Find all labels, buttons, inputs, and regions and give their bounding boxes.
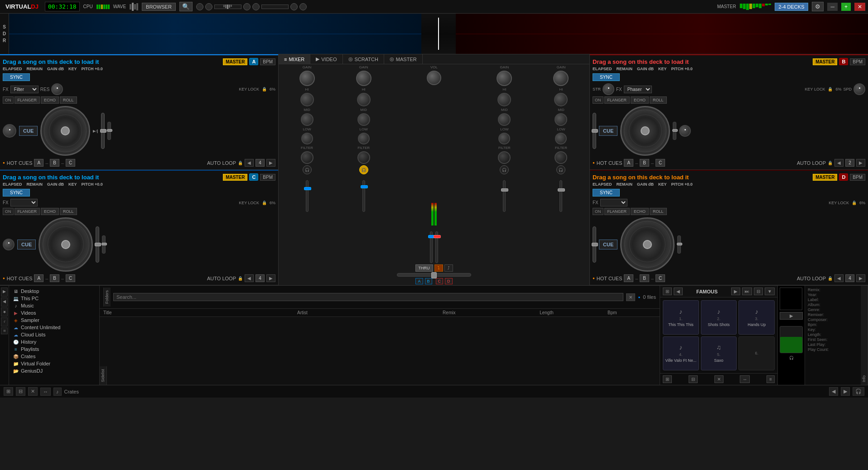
mixer-tab-mixer[interactable]: ≡ MIXER [279, 54, 310, 64]
deck-d-loop-next[interactable]: ▶ [856, 274, 865, 282]
deck-c-pitch-handle[interactable] [95, 243, 101, 246]
side-tab-3[interactable]: ★ [1, 307, 8, 317]
deck-c-cue-button[interactable]: CUE [17, 240, 36, 249]
deck-a-pos-knob[interactable] [3, 124, 16, 138]
gain-knob-d[interactable] [553, 71, 569, 86]
deck-b-fx-on[interactable]: ON [593, 96, 603, 104]
deck-d-sync-button[interactable]: SYNC [593, 189, 620, 197]
tree-item-geniusdj[interactable]: 📂 GeniusDJ [9, 367, 99, 374]
sampler-list-view-btn[interactable]: ⊟ [754, 288, 763, 295]
crossfader-track[interactable] [397, 273, 471, 277]
deck-a-bpm-button[interactable]: BPM [260, 58, 275, 65]
sampler-cell-1[interactable]: ♪ 1. This This This [663, 300, 699, 335]
low-knob-d[interactable] [555, 133, 567, 144]
deck-d-echo-btn[interactable]: ECHO [631, 208, 649, 215]
mid-knob-d[interactable] [555, 113, 567, 126]
circle-btn-1[interactable] [196, 3, 203, 10]
deck-b-pitch-track[interactable] [593, 113, 596, 149]
sampler-cell-4[interactable]: ♪ 4. Ville Valo Ft Ne... [663, 336, 699, 371]
vol-handle-b[interactable] [361, 185, 368, 188]
sampler-skip-btn[interactable]: ⏭ [742, 288, 752, 295]
headphone-a[interactable]: 🎧 [303, 165, 312, 174]
deck-b-flanger-btn[interactable]: FLANGER [604, 96, 630, 104]
circle-btn-5[interactable] [290, 3, 298, 10]
sampler-more-btn[interactable]: ▼ [765, 288, 775, 295]
deck-d-pitch-track[interactable] [593, 226, 596, 263]
folders-tab[interactable]: Folders [103, 288, 111, 307]
assign-b[interactable]: B [425, 278, 432, 284]
search-clear-button[interactable]: ✕ [626, 293, 635, 301]
settings-button[interactable]: ⚙ [812, 2, 824, 11]
filter-knob-b[interactable] [357, 151, 370, 164]
sampler-cell-3[interactable]: ♪ 3. Hands Up [738, 300, 775, 335]
low-knob-a[interactable] [301, 133, 313, 144]
gain-knob-b[interactable] [356, 71, 371, 86]
deck-b-hc-c[interactable]: C [656, 159, 665, 167]
thru-button[interactable]: THRU [415, 264, 433, 272]
deck-a-pitch-handle[interactable] [100, 129, 106, 133]
headphone-d[interactable]: 🎧 [556, 165, 565, 174]
filter-knob-d[interactable] [555, 151, 567, 164]
deck-c-hc-c[interactable]: C [66, 274, 75, 282]
deck-b-sync-button[interactable]: SYNC [593, 73, 620, 81]
tree-item-history[interactable]: 🕐 History [9, 338, 99, 345]
sampler-ctrl-5[interactable]: ≡ [767, 375, 775, 383]
deck-c-fx-select[interactable]: Filter Phaser [10, 199, 38, 206]
low-knob-b[interactable] [358, 133, 370, 144]
deck-a-hc-c[interactable]: C [66, 159, 75, 167]
assign-c[interactable]: C [436, 278, 444, 284]
deck-a-flanger-btn[interactable]: FLANGER [14, 96, 40, 104]
sidebar-tab-v[interactable]: Sidelist [100, 366, 107, 385]
file-table-body[interactable] [100, 317, 660, 366]
deck-d-roll-btn[interactable]: ROLL [650, 208, 667, 215]
tree-item-music[interactable]: ♪ Music [9, 302, 99, 309]
assign-d[interactable]: D [445, 278, 453, 284]
mixer-tab-scratch[interactable]: ◎ SCRATCH [343, 54, 384, 64]
deck-b-hc-b[interactable]: B [640, 159, 649, 167]
sampler-grid-view-btn[interactable]: ⊞ [663, 288, 672, 295]
gain-knob-c[interactable] [497, 71, 512, 86]
master-vol-knob[interactable] [427, 71, 441, 85]
deck-b-hc-a[interactable]: A [624, 159, 633, 167]
deck-d-hc-c[interactable]: C [656, 274, 665, 282]
preview-play-button[interactable]: ▶ [780, 312, 803, 320]
deck-a-fx-on[interactable]: ON [3, 96, 14, 104]
circle-btn-3[interactable] [243, 3, 251, 10]
mid-knob-a[interactable] [301, 113, 313, 126]
hi-knob-b[interactable] [357, 93, 371, 106]
deck-b-spd-knob-2[interactable] [679, 125, 691, 137]
sampler-ctrl-4[interactable]: ↔ [740, 375, 750, 383]
deck-b-turntable[interactable] [620, 106, 670, 156]
bottom-btn-2[interactable]: ⊟ [16, 387, 25, 396]
bottom-btn-5[interactable]: ♪ [53, 388, 62, 396]
ch-fader-handle-b[interactable] [434, 235, 441, 238]
tree-item-crates[interactable]: 📦 Crates [9, 353, 99, 360]
deck-c-pitch-track[interactable] [96, 226, 99, 263]
deck-b-pitch-handle[interactable] [592, 129, 598, 133]
deck-b-cue-button[interactable]: CUE [599, 126, 617, 136]
deck-c-loop-prev[interactable]: ◀ [245, 274, 254, 282]
deck-d-cue-button[interactable]: CUE [599, 240, 617, 249]
deck-c-roll-btn[interactable]: ROLL [60, 208, 77, 215]
gain-knob-a[interactable] [299, 71, 315, 86]
deck-c-hc-a[interactable]: A [34, 274, 43, 282]
xfade-mode-btn-2[interactable]: ⤴ [444, 264, 453, 272]
deck-d-bpm-button[interactable]: BPM [850, 174, 865, 181]
deck-b-loop-next[interactable]: ▶ [856, 159, 865, 167]
side-tab-4[interactable]: ♪ [1, 317, 8, 326]
tree-item-thispc[interactable]: 💻 This PC [9, 295, 99, 302]
xfade-mode-btn[interactable]: ⤵ [434, 264, 443, 272]
tree-item-desktop[interactable]: 🖥 Desktop [9, 288, 99, 295]
browser-search-icon[interactable]: 🔍 [179, 2, 193, 11]
deck-a-roll-btn[interactable]: ROLL [60, 96, 77, 104]
deck-a-hc-b[interactable]: B [50, 159, 59, 167]
maximize-button[interactable]: + [841, 3, 851, 11]
side-tab-2[interactable]: ▶ [1, 297, 8, 307]
crossfader-handle[interactable] [431, 272, 437, 278]
deck-d-fx-on[interactable]: ON [593, 208, 603, 215]
circle-btn-6[interactable] [299, 3, 307, 10]
browser-button[interactable]: BROWSER [142, 3, 176, 11]
deck-c-flanger-btn[interactable]: FLANGER [14, 208, 40, 215]
filter-knob-a[interactable] [301, 151, 313, 164]
bottom-btn-1[interactable]: ⊞ [4, 387, 13, 396]
